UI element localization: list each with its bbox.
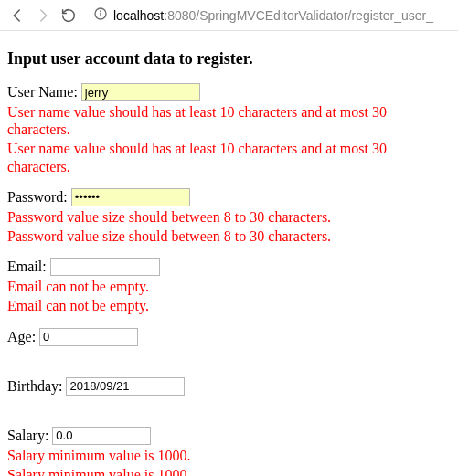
salary-input[interactable] xyxy=(52,427,151,445)
email-error: Email can not be empty. xyxy=(7,297,451,314)
age-input[interactable] xyxy=(39,328,138,346)
url-path: :8080/SpringMVCEditorValidator/register_… xyxy=(164,8,433,23)
age-label: Age: xyxy=(7,328,36,344)
url-host: localhost xyxy=(113,8,164,23)
page-title: Input user account data to register. xyxy=(7,49,451,69)
field-email: Email: Email can not be empty. Email can… xyxy=(7,258,451,314)
email-input[interactable] xyxy=(50,258,160,276)
username-error: User name value should has at least 10 c… xyxy=(7,103,451,138)
field-age: Age: xyxy=(7,328,451,346)
username-label: User Name: xyxy=(7,84,78,100)
email-label: Email: xyxy=(7,259,47,274)
field-birthday: Birthday: xyxy=(7,377,451,396)
browser-toolbar: localhost:8080/SpringMVCEditorValidator/… xyxy=(0,0,458,31)
email-error: Email can not be empty. xyxy=(7,278,451,295)
svg-point-2 xyxy=(101,11,101,12)
password-error: Password value size should between 8 to … xyxy=(7,208,451,226)
nav-icon-group xyxy=(5,7,80,24)
reload-icon[interactable] xyxy=(60,7,77,24)
salary-error: Salary minimum value is 1000. xyxy=(7,447,451,464)
birthday-input[interactable] xyxy=(66,377,185,396)
field-salary: Salary: Salary minimum value is 1000. Sa… xyxy=(7,427,451,477)
field-password: Password: Password value size should bet… xyxy=(7,188,451,245)
forward-icon[interactable] xyxy=(35,7,51,24)
password-input[interactable] xyxy=(71,188,190,206)
salary-error: Salary minimum value is 1000. xyxy=(7,466,451,476)
username-input[interactable] xyxy=(81,83,200,101)
password-error: Password value size should between 8 to … xyxy=(7,227,451,245)
password-label: Password: xyxy=(7,188,68,204)
back-icon[interactable] xyxy=(9,7,26,24)
salary-label: Salary: xyxy=(7,427,48,442)
birthday-label: Birthday: xyxy=(7,377,62,393)
page-content: Input user account data to register. Use… xyxy=(0,31,458,476)
field-username: User Name: User name value should has at… xyxy=(7,83,451,175)
site-info-icon[interactable] xyxy=(93,6,108,24)
username-error: User name value should has at least 10 c… xyxy=(7,140,451,175)
address-bar[interactable]: localhost:8080/SpringMVCEditorValidator/… xyxy=(88,4,453,27)
